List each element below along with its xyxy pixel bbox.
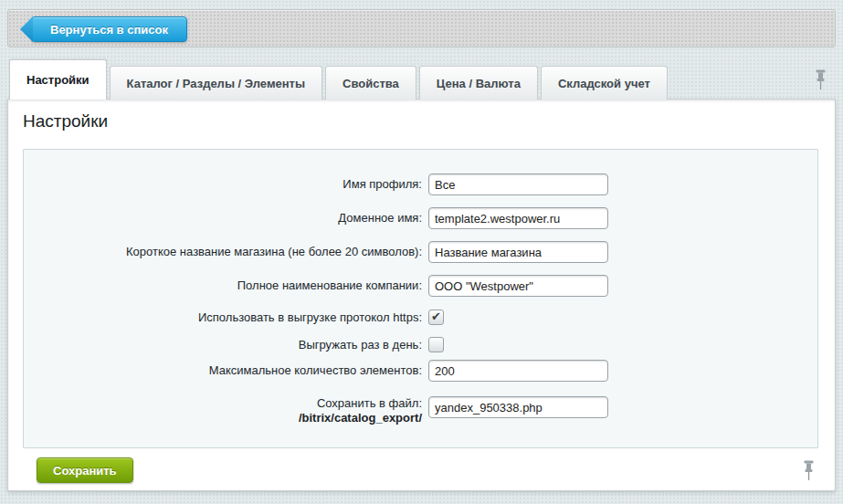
back-button-label: Вернуться в список (50, 23, 168, 37)
field-label: Выгружать раз в день: (24, 337, 422, 352)
max-elements-field[interactable] (428, 360, 608, 382)
pushpin-icon[interactable] (815, 69, 827, 90)
form-row: Сохранить в файл: /bitrix/catalog_export… (24, 396, 817, 425)
back-arrow-icon (20, 16, 33, 42)
tab-catalog-sections-elements[interactable]: Каталог / Разделы / Элементы (110, 66, 322, 100)
company-name-field[interactable] (428, 275, 608, 297)
form-row: Максимальное количество элементов: (24, 360, 817, 382)
field-label: Доменное имя: (24, 207, 422, 226)
field-label: Сохранить в файл: /bitrix/catalog_export… (24, 393, 422, 425)
content-panel: Настройки Имя профиля: Доменное имя: Кор… (7, 99, 836, 491)
tab-settings[interactable]: Настройки (9, 59, 107, 100)
export-profile-settings-page: Вернуться в список Настройки Каталог / Р… (0, 0, 843, 504)
field-label: Короткое название магазина (не более 20 … (24, 241, 422, 259)
form-row: Имя профиля: (24, 173, 817, 195)
field-label: Полное наименование компании: (24, 275, 422, 293)
daily-export-checkbox[interactable] (428, 337, 444, 352)
tab-properties[interactable]: Свойства (325, 66, 416, 100)
form-row: Выгружать раз в день: (24, 337, 817, 352)
profile-name-field[interactable] (428, 173, 608, 195)
toolbar: Вернуться в список (7, 9, 836, 47)
export-filename-field[interactable] (428, 396, 608, 418)
field-label: Максимальное количество элементов: (24, 360, 422, 378)
tab-bar: Настройки Каталог / Разделы / Элементы С… (9, 59, 668, 100)
short-store-name-field[interactable] (428, 241, 608, 263)
form-row: Короткое название магазина (не более 20 … (24, 241, 817, 263)
field-label: Использовать в выгрузке протокол https: (24, 310, 422, 325)
tab-stock-accounting[interactable]: Складской учет (541, 66, 668, 100)
form-row: Использовать в выгрузке протокол https: (24, 310, 817, 325)
field-label: Имя профиля: (24, 173, 422, 192)
https-protocol-checkbox[interactable] (428, 310, 444, 325)
pushpin-icon[interactable] (803, 460, 815, 481)
save-button[interactable]: Сохранить (37, 457, 133, 483)
settings-form: Имя профиля: Доменное имя: Короткое назв… (23, 149, 818, 448)
page-title: Настройки (23, 111, 108, 131)
tab-price-currency[interactable]: Цена / Валюта (419, 66, 538, 100)
domain-name-field[interactable] (428, 207, 608, 229)
save-to-file-label: Сохранить в файл: (317, 396, 422, 410)
form-row: Доменное имя: (24, 207, 817, 229)
export-path-label: /bitrix/catalog_export/ (299, 411, 422, 425)
form-row: Полное наименование компании: (24, 275, 817, 297)
back-to-list-button[interactable]: Вернуться в список (31, 16, 187, 42)
